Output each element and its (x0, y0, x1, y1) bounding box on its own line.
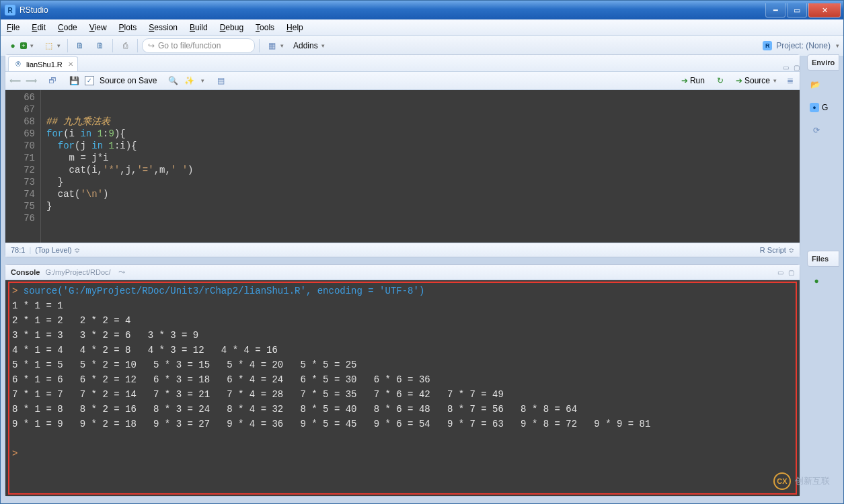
menu-tools[interactable]: Tools (250, 20, 280, 35)
wand-icon[interactable]: ✨ (184, 75, 194, 86)
console-body[interactable]: > source('G:/myProject/RDoc/Unit3/rChap2… (5, 280, 800, 496)
right-column: Enviro 📂 ● G ⟳ Files ● (807, 54, 839, 497)
menu-plots[interactable]: Plots (113, 20, 143, 35)
app-icon: R (5, 5, 15, 15)
minimize-button[interactable]: ━ (765, 3, 785, 17)
popup-icon[interactable]: 🗗 (47, 75, 58, 86)
pane-max-icon[interactable]: ▢ (788, 269, 794, 276)
client-area: ® lianShu1.R ✕ ▭ ▢ ⟸ ⟹ 🗗 💾 ✓ Source on S… (5, 54, 839, 497)
rerun-button[interactable]: ↻ (713, 75, 728, 87)
project-selector[interactable]: R Project: (None) ▾ (763, 41, 839, 50)
main-toolbar: ●+▾ ⬚▾ 🗎 🗎 ⎙ ↪Go to file/function ▦▾ Add… (1, 36, 843, 56)
scope-label[interactable]: (Top Level) (35, 246, 71, 254)
menu-code[interactable]: Code (52, 20, 83, 35)
close-button[interactable]: ✕ (808, 3, 841, 17)
menu-debug[interactable]: Debug (214, 20, 250, 35)
open-file-button[interactable]: 🗎 (72, 39, 88, 52)
run-button[interactable]: ➔Run (677, 75, 709, 87)
menu-file[interactable]: File (1, 20, 26, 35)
source-on-save-label: Source on Save (100, 76, 157, 85)
notebook-icon[interactable]: ▤ (215, 75, 226, 86)
files-tab[interactable]: Files (807, 251, 839, 267)
print-button[interactable]: ⎙ (117, 39, 133, 52)
source-toolbar: ⟸ ⟹ 🗗 💾 ✓ Source on Save 🔍 ✨▾ ▤ ➔Run ↻ (5, 72, 800, 90)
source-on-save-checkbox[interactable]: ✓ (85, 76, 94, 85)
close-tab-icon[interactable]: ✕ (68, 60, 73, 68)
cursor-position: 78:1 (11, 246, 25, 254)
refresh-icon[interactable]: ⟳ (811, 125, 822, 136)
menu-session[interactable]: Session (143, 20, 184, 35)
save-icon[interactable]: 💾 (69, 75, 79, 86)
code-editor[interactable]: 6667686970717273747576 ## 九九乘法表 for(i in… (5, 90, 800, 243)
titlebar: R RStudio ━ ▭ ✕ (1, 1, 843, 19)
pane-min-icon[interactable]: ▭ (777, 269, 783, 276)
back-icon[interactable]: ⟸ (9, 75, 20, 86)
save-all-button[interactable]: 🗎 (92, 39, 108, 52)
goto-placeholder: Go to file/function (158, 41, 221, 50)
menu-help[interactable]: Help (280, 20, 309, 35)
rstudio-window: R RStudio ━ ▭ ✕ FileEditCodeViewPlotsSes… (0, 0, 844, 504)
console-pane: Console G:/myProject/RDoc/ ⤳ ▭ ▢ > sourc… (5, 264, 800, 497)
source-pane: ® lianShu1.R ✕ ▭ ▢ ⟸ ⟹ 🗗 💾 ✓ Source on S… (5, 54, 800, 257)
source-button[interactable]: ➔Source▾ (732, 75, 781, 87)
find-icon[interactable]: 🔍 (167, 75, 178, 86)
language-label[interactable]: R Script (760, 246, 786, 254)
console-header: Console G:/myProject/RDoc/ ⤳ ▭ ▢ (5, 265, 800, 280)
source-tabstrip: ® lianShu1.R ✕ ▭ ▢ (5, 55, 800, 72)
menu-view[interactable]: View (83, 20, 113, 35)
goto-file-input[interactable]: ↪Go to file/function (142, 38, 255, 53)
pane-min-icon[interactable]: ▭ (783, 64, 789, 71)
outline-icon[interactable]: ≣ (785, 75, 796, 86)
new-file-button[interactable]: ●+▾ (5, 39, 36, 52)
menubar: FileEditCodeViewPlotsSessionBuildDebugTo… (1, 19, 843, 36)
maximize-button[interactable]: ▭ (787, 3, 807, 17)
source-tab[interactable]: ® lianShu1.R ✕ (8, 56, 78, 71)
source-tab-label: lianShu1.R (26, 60, 63, 69)
console-path: G:/myProject/RDoc/ (45, 268, 110, 276)
forward-icon[interactable]: ⟹ (26, 75, 36, 86)
open-folder-icon[interactable]: 📂 (810, 79, 820, 90)
r-file-icon: ® (13, 59, 24, 70)
window-controls: ━ ▭ ✕ (764, 3, 841, 17)
goto-wd-icon[interactable]: ⤳ (116, 267, 127, 278)
menu-build[interactable]: Build (184, 20, 214, 35)
pane-max-icon[interactable]: ▢ (794, 64, 800, 71)
addins-button[interactable]: Addins▾ (291, 40, 328, 52)
grid-button[interactable]: ▦▾ (264, 39, 286, 52)
global-env-icon[interactable]: ● (810, 103, 819, 112)
window-title: RStudio (20, 5, 764, 15)
editor-statusbar: 78:1 | (Top Level) ≎ R Script ≎ (5, 243, 800, 257)
console-title: Console (11, 268, 40, 276)
environment-tab[interactable]: Enviro (807, 54, 839, 71)
new-project-button[interactable]: ⬚▾ (40, 39, 63, 52)
menu-edit[interactable]: Edit (26, 20, 52, 35)
new-folder-icon[interactable]: ● (811, 276, 822, 286)
